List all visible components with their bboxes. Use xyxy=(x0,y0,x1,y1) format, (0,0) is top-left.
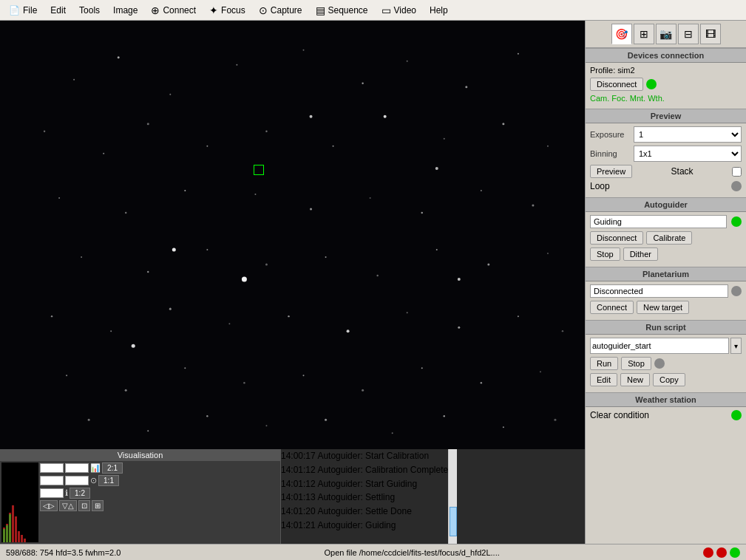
autoguider-stop-button[interactable]: Stop xyxy=(590,247,620,261)
menu-tools[interactable]: Tools xyxy=(73,4,106,17)
guiding-status-row: Guiding xyxy=(590,215,742,228)
script-copy-button[interactable]: Copy xyxy=(653,373,685,386)
vis-input-2[interactable]: 98 xyxy=(65,463,89,473)
visualisation-panel: Visualisation xyxy=(0,449,281,544)
planetarium-content: Disconnected Connect New target xyxy=(586,281,746,320)
log-entry-6: 14:01:21 Autoguider: Guiding xyxy=(281,519,448,533)
ratio-btn-2[interactable]: 1:1 xyxy=(98,475,119,486)
menu-connect[interactable]: ⊕ Connect xyxy=(145,3,202,18)
ratio-btn-1[interactable]: 2:1 xyxy=(102,462,123,474)
script-dropdown-button[interactable]: ▾ xyxy=(730,338,742,354)
preview-button[interactable]: Preview xyxy=(590,165,632,178)
menu-edit[interactable]: Edit xyxy=(44,4,72,17)
svg-point-13 xyxy=(206,146,208,147)
new-target-button[interactable]: New target xyxy=(637,301,689,314)
grid-icon[interactable]: ⊞ xyxy=(92,500,104,511)
status-dot-1 xyxy=(703,547,713,558)
tab-video-panel[interactable]: 🎞 xyxy=(700,24,721,44)
flip-v-icon[interactable]: ▽△ xyxy=(59,500,77,511)
menu-help[interactable]: Help xyxy=(424,4,454,17)
svg-point-44 xyxy=(347,329,350,332)
flip-h-icon[interactable]: ◁▷ xyxy=(40,500,58,511)
sky-view[interactable] xyxy=(0,21,585,449)
log-scrollbar[interactable] xyxy=(448,449,457,544)
binning-select[interactable]: 1x12x23x34x4 xyxy=(634,146,742,162)
svg-point-49 xyxy=(66,375,67,376)
log-scrollbar-thumb[interactable] xyxy=(450,507,457,536)
svg-point-53 xyxy=(303,375,305,376)
clear-condition-label: Clear condition xyxy=(590,410,649,420)
script-run-row: Run Stop xyxy=(590,357,742,370)
sky-panel: Visualisation xyxy=(0,21,585,544)
svg-point-25 xyxy=(310,208,312,210)
autoguider-btn-row-2: Stop Dither xyxy=(590,247,742,261)
svg-point-23 xyxy=(242,277,247,282)
vis-row-4: ◁▷ ▽△ ⊡ ⊞ xyxy=(40,500,279,511)
svg-point-14 xyxy=(265,131,267,132)
menu-file[interactable]: 📄 File xyxy=(3,4,43,17)
vis-input-4[interactable]: 95 xyxy=(65,476,89,485)
svg-point-59 xyxy=(147,430,149,431)
disconnect-button[interactable]: Disconnect xyxy=(590,78,643,91)
svg-point-37 xyxy=(487,264,489,266)
autoguider-content: Guiding Disconnect Calibrate Stop Dither xyxy=(586,212,746,267)
svg-point-43 xyxy=(288,315,289,317)
target-box xyxy=(254,165,264,175)
tab-grid[interactable]: ⊞ xyxy=(634,24,654,44)
preview-stack-row: Preview Stack xyxy=(590,165,742,178)
crop-icon[interactable]: ⊡ xyxy=(78,500,90,511)
cam-foc-mnt-wth-links[interactable]: Cam. Foc. Mnt. Wth. xyxy=(590,94,742,103)
log-content[interactable]: 14:00:17 Autoguider: Start Calibration 1… xyxy=(281,449,448,544)
exposure-select[interactable]: 0.10.512510 xyxy=(634,126,742,143)
script-edit-button[interactable]: Edit xyxy=(590,373,617,386)
histogram-chart xyxy=(1,476,37,542)
svg-point-29 xyxy=(532,204,534,206)
svg-point-31 xyxy=(147,271,149,273)
menu-video[interactable]: ▭ Video xyxy=(376,3,422,18)
svg-point-55 xyxy=(421,367,423,369)
ratio-btn-3[interactable]: 1:2 xyxy=(69,488,90,499)
sequence-menu-icon: ▤ xyxy=(316,4,325,16)
devices-status-dot xyxy=(646,79,657,89)
circle-icon: ⊙ xyxy=(90,476,97,485)
run-script-header: Run script xyxy=(586,320,746,335)
star-field xyxy=(0,21,585,449)
menu-focus[interactable]: ✦ Focus xyxy=(203,3,251,18)
visualisation-title: Visualisation xyxy=(0,449,280,461)
dither-button[interactable]: Dither xyxy=(623,247,658,261)
exposure-label: Exposure xyxy=(590,130,631,139)
svg-rect-82 xyxy=(6,525,8,542)
svg-point-60 xyxy=(206,415,208,417)
menu-image[interactable]: Image xyxy=(107,4,143,17)
stack-checkbox[interactable] xyxy=(732,167,742,177)
vis-controls: 96 98 📊 2:1 90 95 ⊙ 1:1 0.40 xyxy=(40,462,279,542)
script-status-dot xyxy=(654,358,665,369)
vis-input-3[interactable]: 90 xyxy=(40,476,64,485)
script-run-button[interactable]: Run xyxy=(590,357,618,370)
script-new-button[interactable]: New xyxy=(620,373,650,386)
status-file-path: Open file /home/ccdciel/fits-test/focus/… xyxy=(325,548,500,557)
calibrate-button[interactable]: Calibrate xyxy=(646,231,692,245)
vis-input-1[interactable]: 96 xyxy=(40,463,64,473)
script-stop-button[interactable]: Stop xyxy=(621,357,651,370)
menu-capture[interactable]: ⊙ Capture xyxy=(253,3,308,18)
svg-point-2 xyxy=(118,56,120,58)
svg-point-8 xyxy=(465,86,467,88)
svg-point-1 xyxy=(73,79,75,81)
svg-point-27 xyxy=(421,212,423,214)
tab-targeting[interactable]: 🎯 xyxy=(611,24,632,44)
menu-sequence[interactable]: ▤ Sequence xyxy=(310,3,374,18)
svg-point-38 xyxy=(547,253,549,254)
svg-point-47 xyxy=(518,315,519,317)
status-coords: 598/688: 754 hfd=3.5 fwhm=2.0 xyxy=(6,548,121,557)
tab-camera[interactable]: 📷 xyxy=(656,24,677,44)
vis-input-5[interactable]: 0.40 xyxy=(40,488,64,498)
menu-bar: 📄 File Edit Tools Image ⊕ Connect ✦ Focu… xyxy=(0,0,746,21)
tab-sequence-panel[interactable]: ⊟ xyxy=(678,24,699,44)
script-input[interactable] xyxy=(590,338,729,354)
vis-row-1: 96 98 📊 2:1 xyxy=(40,462,279,474)
autoguider-disconnect-button[interactable]: Disconnect xyxy=(590,231,643,245)
svg-point-11 xyxy=(103,153,104,154)
planetarium-connect-button[interactable]: Connect xyxy=(590,301,634,314)
svg-rect-80 xyxy=(24,539,26,542)
